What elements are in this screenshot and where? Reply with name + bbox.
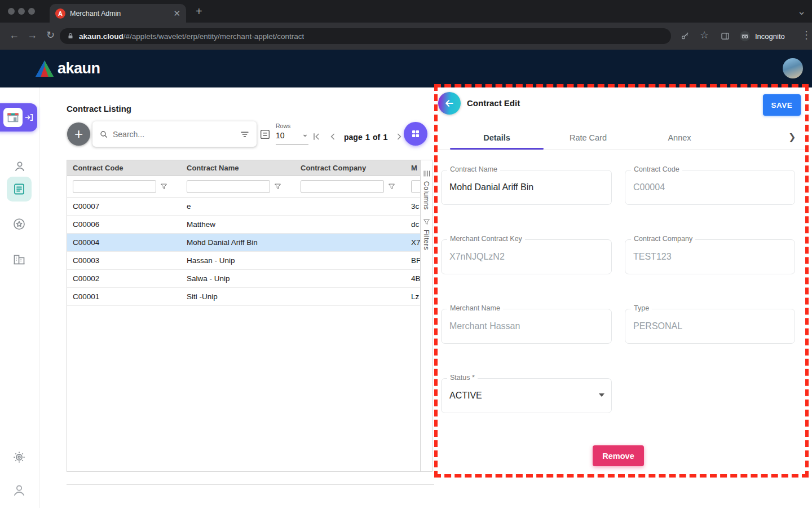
sidebar-item-company[interactable]: [12, 252, 26, 266]
cell-contract-company: [295, 198, 409, 215]
filter-lines-icon[interactable]: [240, 129, 250, 139]
remove-button[interactable]: Remove: [593, 445, 644, 466]
contract-name-field[interactable]: Contract Name Mohd Danial Ariff Bin: [441, 170, 612, 205]
rows-label: Rows: [276, 122, 308, 129]
column-header-contract-name[interactable]: Contract Name: [181, 160, 295, 176]
table-row[interactable]: C00001 Siti -Unip Lz: [67, 288, 420, 306]
filter-funnel-icon[interactable]: [273, 182, 282, 191]
window-zoom-button[interactable]: [28, 8, 35, 15]
editor-tabs: Details Rate Card Annex ❯: [434, 125, 809, 150]
window-close-button[interactable]: [8, 8, 15, 15]
cell-contract-company: [295, 216, 409, 233]
url-text: akaun.cloud/#/applets/wavelet/erp/entity…: [79, 32, 304, 41]
sidebar-item-contracts-active[interactable]: [7, 177, 32, 202]
url-path: /#/applets/wavelet/erp/entity/merchant-a…: [123, 32, 304, 41]
listing-divider: [67, 484, 434, 485]
user-avatar[interactable]: [783, 58, 803, 78]
tab-rate-card[interactable]: Rate Card: [544, 125, 633, 150]
sidebar-item-users[interactable]: [13, 160, 27, 173]
columns-icon[interactable]: [422, 169, 431, 178]
sidebar-item-favourites[interactable]: [12, 217, 26, 231]
column-header-contract-code[interactable]: Contract Code: [67, 160, 181, 176]
status-select[interactable]: Status * ACTIVE: [441, 378, 612, 413]
status-value: ACTIVE: [449, 379, 482, 414]
cell-contract-code: C00001: [67, 288, 181, 305]
back-icon[interactable]: ←: [9, 30, 19, 40]
merchant-contract-key-field[interactable]: Merchant Contract Key X7nNJQLzN2: [441, 239, 612, 274]
table-row[interactable]: C00007 e 3c: [67, 198, 420, 216]
type-field[interactable]: Type PERSONAL: [625, 309, 795, 344]
cell-truncated: Lz: [409, 288, 420, 305]
address-bar[interactable]: akaun.cloud/#/applets/wavelet/erp/entity…: [60, 28, 671, 44]
filter-input-contract-company[interactable]: [301, 180, 384, 193]
select-caret-icon: [599, 393, 604, 397]
browser-menu-icon[interactable]: ⋮: [801, 30, 811, 40]
filter-funnel-icon[interactable]: [387, 182, 396, 191]
url-domain: akaun.cloud: [79, 32, 123, 41]
bookmark-star-icon[interactable]: ☆: [700, 30, 709, 40]
person-icon: [13, 160, 27, 173]
side-panel-icon[interactable]: [720, 31, 730, 41]
tab-favicon: A: [55, 8, 65, 19]
reload-icon[interactable]: ↻: [46, 30, 55, 40]
filters-icon[interactable]: [422, 218, 431, 226]
window-minimize-button[interactable]: [18, 8, 25, 15]
filter-input-contract-name[interactable]: [187, 180, 270, 193]
column-header-contract-company[interactable]: Contract Company: [295, 160, 409, 176]
tab-annex[interactable]: Annex: [633, 125, 726, 150]
cell-contract-code: C00004: [67, 234, 181, 251]
panel-title: Contract Edit: [467, 92, 520, 115]
cell-contract-company: [295, 252, 409, 269]
password-key-icon[interactable]: [680, 31, 690, 41]
search-box: [92, 121, 257, 147]
forward-icon[interactable]: →: [27, 30, 37, 40]
app-logo-text: akaun: [58, 60, 100, 77]
back-button[interactable]: [438, 92, 461, 115]
rows-per-page-select[interactable]: Rows 10: [276, 122, 308, 145]
table-row[interactable]: C00006 Matthew dc: [67, 216, 420, 234]
table-row[interactable]: C00002 Salwa - Unip 4B: [67, 270, 420, 288]
tab-title: Merchant Admin: [70, 10, 169, 17]
filter-input-contract-code[interactable]: [73, 180, 156, 193]
sidebar-item-active-applet[interactable]: [0, 103, 37, 132]
rows-value: 10: [276, 131, 285, 140]
merchant-name-value: Merchant Hassan: [449, 309, 520, 344]
of-label: of: [373, 133, 380, 142]
save-button[interactable]: SAVE: [763, 94, 801, 116]
tab-search-chevron-icon[interactable]: ⌄: [797, 6, 806, 16]
building-icon: [12, 252, 26, 266]
cell-truncated: dc: [409, 216, 420, 233]
next-page-icon[interactable]: [393, 131, 404, 142]
filter-input-truncated[interactable]: [411, 180, 420, 193]
cell-contract-code: C00006: [67, 216, 181, 233]
density-icon[interactable]: [259, 128, 271, 141]
table-row[interactable]: C00003 Hassan - Unip BF: [67, 252, 420, 270]
merchant-contract-key-value: X7nNJQLzN2: [449, 240, 505, 275]
sidebar-item-settings[interactable]: [12, 450, 26, 464]
sidebar-item-profile[interactable]: [12, 483, 27, 498]
first-page-icon[interactable]: [311, 131, 323, 142]
arrow-back-icon: [444, 98, 455, 109]
table-row-selected[interactable]: C00004 Mohd Danial Ariff Bin X7: [67, 234, 420, 252]
browser-tab[interactable]: A Merchant Admin ✕: [50, 4, 186, 23]
add-contract-button[interactable]: +: [67, 122, 90, 146]
filter-funnel-icon[interactable]: [160, 182, 168, 191]
incognito-badge[interactable]: Incognito: [739, 30, 785, 42]
columns-rail-label[interactable]: Columns: [422, 181, 430, 210]
new-tab-icon[interactable]: +: [196, 6, 202, 17]
contract-company-field[interactable]: Contract Company TEST123: [625, 239, 795, 274]
page-number: 1: [365, 132, 370, 142]
contract-code-field[interactable]: Contract Code C00004: [625, 170, 795, 205]
layout-grid-button[interactable]: [404, 122, 427, 146]
chevron-down-icon: [302, 132, 308, 139]
cell-contract-company: [295, 270, 409, 287]
search-input[interactable]: [113, 130, 235, 139]
merchant-name-field[interactable]: Merchant Name Merchant Hassan: [441, 309, 612, 344]
tab-close-icon[interactable]: ✕: [173, 8, 180, 19]
filters-rail-label[interactable]: Filters: [422, 230, 430, 250]
prev-page-icon[interactable]: [328, 131, 339, 142]
table-filter-row: [67, 176, 420, 198]
tab-details[interactable]: Details: [450, 125, 544, 150]
column-header-truncated[interactable]: M: [409, 160, 420, 176]
tabs-scroll-chevron-icon[interactable]: ❯: [788, 132, 796, 142]
